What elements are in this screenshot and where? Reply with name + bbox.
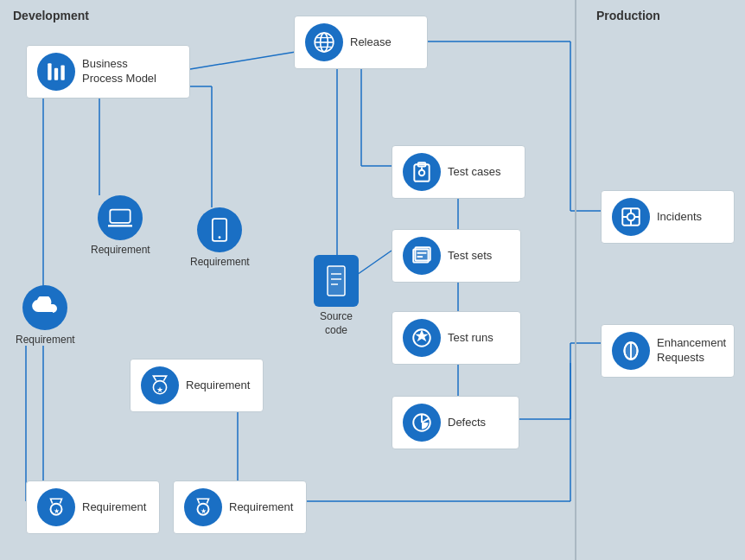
defects-icon [403,404,441,442]
svg-text:★: ★ [54,507,60,515]
req-bottom-right-icon: ★ [184,488,222,526]
req-laptop-icon [98,195,143,240]
incidents-icon [612,198,650,236]
test-runs-label: Test runs [448,331,493,346]
svg-rect-52 [415,247,430,260]
req-bottom-right-node[interactable]: ★ Requirement [173,480,307,534]
svg-rect-43 [328,266,345,296]
svg-point-40 [219,236,221,239]
defects-node[interactable]: Defects [392,396,519,449]
defects-label: Defects [448,416,486,430]
prod-section-label: Production [596,9,660,22]
release-icon [305,23,343,61]
incidents-node[interactable]: Incidents [601,190,735,244]
test-sets-label: Test sets [448,249,492,264]
source-code-node[interactable]: Source code [314,255,359,337]
bpm-label: Business Process Model [82,57,156,86]
source-code-label: Source code [320,310,353,337]
svg-rect-31 [60,65,64,80]
enhancement-icon [612,332,650,370]
req-cloud-label: Requirement [16,334,75,347]
test-sets-node[interactable]: Test sets [392,229,521,283]
svg-point-60 [627,213,635,221]
test-sets-icon [403,237,441,275]
incidents-label: Incidents [657,210,702,225]
req-laptop-node[interactable]: Requirement [91,195,150,258]
release-label: Release [350,35,392,50]
test-cases-label: Test cases [448,165,500,180]
svg-rect-37 [111,210,131,223]
svg-rect-29 [48,63,51,80]
req-laptop-label: Requirement [91,244,150,258]
test-runs-node[interactable]: Test runs [392,311,521,365]
req-bottom-left-icon: ★ [37,488,75,526]
main-container: Development Production Business Process … [0,0,745,560]
source-code-icon [314,255,359,307]
release-node[interactable]: Release [294,16,428,69]
dev-section-label: Development [13,9,89,22]
svg-line-10 [354,251,392,277]
svg-point-67 [624,342,637,360]
req-cloud-node[interactable]: Requirement [16,285,75,347]
req-medal-icon: ★ [141,366,179,404]
req-medal-label: Requirement [186,379,250,393]
svg-text:★: ★ [201,507,207,515]
req-bottom-left-node[interactable]: ★ Requirement [26,480,160,534]
req-bottom-right-label: Requirement [229,500,293,515]
svg-line-58 [422,418,429,423]
test-cases-node[interactable]: Test cases [392,145,525,199]
test-cases-icon [403,153,441,191]
svg-text:★: ★ [156,385,163,394]
req-cloud-icon [22,285,67,330]
test-runs-icon [403,319,441,357]
req-medal-node[interactable]: ★ Requirement [130,359,264,412]
bpm-node[interactable]: Business Process Model [26,45,190,99]
req-bottom-left-label: Requirement [82,500,146,515]
section-divider [575,0,576,560]
enhancement-label: Enhancement Requests [657,336,726,366]
req-tablet-icon [197,207,242,252]
bpm-icon [37,53,75,91]
svg-point-49 [419,170,425,176]
req-tablet-label: Requirement [190,256,250,270]
svg-rect-30 [54,68,58,80]
req-tablet-node[interactable]: Requirement [190,207,250,270]
enhancement-node[interactable]: Enhancement Requests [601,324,735,378]
